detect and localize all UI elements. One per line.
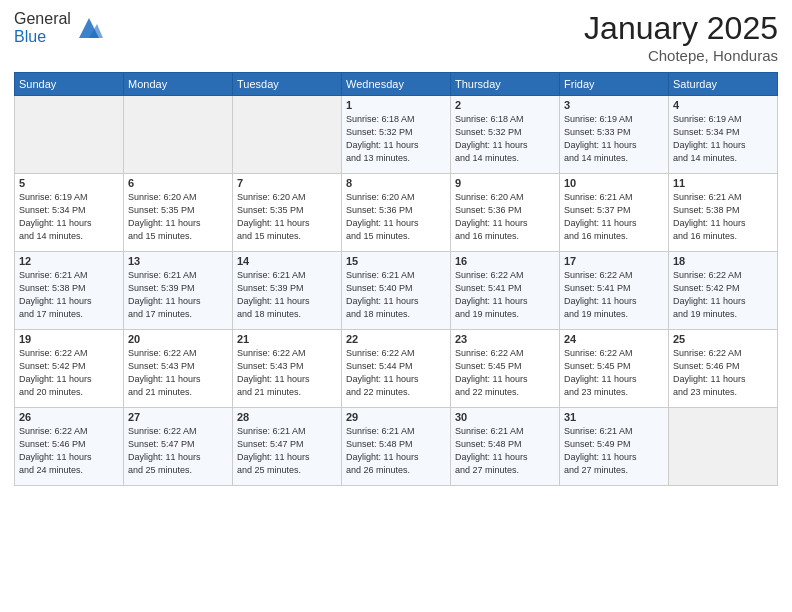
cell-info: Sunrise: 6:21 AM <box>564 425 664 438</box>
cell-info: Sunrise: 6:21 AM <box>346 425 446 438</box>
cell-info: Sunrise: 6:22 AM <box>346 347 446 360</box>
calendar-cell <box>15 96 124 174</box>
cell-info: and 24 minutes. <box>19 464 119 477</box>
day-number: 10 <box>564 177 664 189</box>
cell-info: Daylight: 11 hours <box>128 295 228 308</box>
cell-info: Sunrise: 6:21 AM <box>455 425 555 438</box>
cell-info: and 18 minutes. <box>346 308 446 321</box>
cell-info: and 19 minutes. <box>564 308 664 321</box>
cell-info: Sunset: 5:39 PM <box>128 282 228 295</box>
cell-info: Daylight: 11 hours <box>128 217 228 230</box>
cell-info: Daylight: 11 hours <box>237 451 337 464</box>
logo-icon <box>75 14 103 42</box>
cell-info: and 14 minutes. <box>564 152 664 165</box>
calendar-cell: 21Sunrise: 6:22 AMSunset: 5:43 PMDayligh… <box>233 330 342 408</box>
cell-info: and 27 minutes. <box>564 464 664 477</box>
header-thursday: Thursday <box>451 73 560 96</box>
calendar-cell: 26Sunrise: 6:22 AMSunset: 5:46 PMDayligh… <box>15 408 124 486</box>
calendar-cell: 18Sunrise: 6:22 AMSunset: 5:42 PMDayligh… <box>669 252 778 330</box>
day-number: 30 <box>455 411 555 423</box>
cell-info: Sunset: 5:48 PM <box>346 438 446 451</box>
calendar-cell: 22Sunrise: 6:22 AMSunset: 5:44 PMDayligh… <box>342 330 451 408</box>
calendar-cell <box>669 408 778 486</box>
cell-info: and 14 minutes. <box>19 230 119 243</box>
cell-info: Sunset: 5:45 PM <box>564 360 664 373</box>
cell-info: Daylight: 11 hours <box>455 295 555 308</box>
cell-info: Daylight: 11 hours <box>346 451 446 464</box>
cell-info: Daylight: 11 hours <box>19 451 119 464</box>
calendar-cell: 15Sunrise: 6:21 AMSunset: 5:40 PMDayligh… <box>342 252 451 330</box>
cell-info: Daylight: 11 hours <box>19 295 119 308</box>
cell-info: Daylight: 11 hours <box>673 295 773 308</box>
day-number: 5 <box>19 177 119 189</box>
cell-info: and 21 minutes. <box>237 386 337 399</box>
day-number: 27 <box>128 411 228 423</box>
calendar-cell <box>124 96 233 174</box>
cell-info: Daylight: 11 hours <box>455 217 555 230</box>
cell-info: Daylight: 11 hours <box>564 451 664 464</box>
title-block: January 2025 Chotepe, Honduras <box>584 10 778 64</box>
day-number: 2 <box>455 99 555 111</box>
day-number: 8 <box>346 177 446 189</box>
cell-info: Sunrise: 6:22 AM <box>19 425 119 438</box>
calendar-week-1: 1Sunrise: 6:18 AMSunset: 5:32 PMDaylight… <box>15 96 778 174</box>
day-number: 23 <box>455 333 555 345</box>
calendar-cell: 27Sunrise: 6:22 AMSunset: 5:47 PMDayligh… <box>124 408 233 486</box>
cell-info: Sunrise: 6:21 AM <box>673 191 773 204</box>
calendar-cell: 30Sunrise: 6:21 AMSunset: 5:48 PMDayligh… <box>451 408 560 486</box>
day-number: 4 <box>673 99 773 111</box>
calendar-cell: 10Sunrise: 6:21 AMSunset: 5:37 PMDayligh… <box>560 174 669 252</box>
day-number: 21 <box>237 333 337 345</box>
cell-info: Sunrise: 6:21 AM <box>237 425 337 438</box>
cell-info: Sunset: 5:46 PM <box>673 360 773 373</box>
cell-info: and 23 minutes. <box>564 386 664 399</box>
cell-info: Sunrise: 6:19 AM <box>673 113 773 126</box>
calendar-cell: 14Sunrise: 6:21 AMSunset: 5:39 PMDayligh… <box>233 252 342 330</box>
cell-info: Sunset: 5:36 PM <box>346 204 446 217</box>
cell-info: Daylight: 11 hours <box>346 139 446 152</box>
cell-info: Sunrise: 6:20 AM <box>346 191 446 204</box>
cell-info: Sunrise: 6:22 AM <box>455 347 555 360</box>
day-number: 29 <box>346 411 446 423</box>
cell-info: Sunset: 5:32 PM <box>346 126 446 139</box>
cell-info: Sunrise: 6:22 AM <box>673 269 773 282</box>
cell-info: and 17 minutes. <box>19 308 119 321</box>
cell-info: and 14 minutes. <box>455 152 555 165</box>
calendar-cell: 20Sunrise: 6:22 AMSunset: 5:43 PMDayligh… <box>124 330 233 408</box>
cell-info: and 14 minutes. <box>673 152 773 165</box>
calendar-week-5: 26Sunrise: 6:22 AMSunset: 5:46 PMDayligh… <box>15 408 778 486</box>
cell-info: and 21 minutes. <box>128 386 228 399</box>
calendar-cell: 1Sunrise: 6:18 AMSunset: 5:32 PMDaylight… <box>342 96 451 174</box>
day-number: 7 <box>237 177 337 189</box>
day-number: 28 <box>237 411 337 423</box>
cell-info: and 19 minutes. <box>455 308 555 321</box>
calendar-cell: 19Sunrise: 6:22 AMSunset: 5:42 PMDayligh… <box>15 330 124 408</box>
cell-info: Sunrise: 6:21 AM <box>346 269 446 282</box>
calendar-header-row: SundayMondayTuesdayWednesdayThursdayFrid… <box>15 73 778 96</box>
day-number: 22 <box>346 333 446 345</box>
cell-info: Sunset: 5:34 PM <box>19 204 119 217</box>
day-number: 3 <box>564 99 664 111</box>
cell-info: Sunrise: 6:22 AM <box>673 347 773 360</box>
cell-info: Sunset: 5:35 PM <box>128 204 228 217</box>
day-number: 25 <box>673 333 773 345</box>
cell-info: Sunset: 5:35 PM <box>237 204 337 217</box>
cell-info: Sunset: 5:46 PM <box>19 438 119 451</box>
calendar-cell: 31Sunrise: 6:21 AMSunset: 5:49 PMDayligh… <box>560 408 669 486</box>
cell-info: Daylight: 11 hours <box>346 295 446 308</box>
calendar-week-4: 19Sunrise: 6:22 AMSunset: 5:42 PMDayligh… <box>15 330 778 408</box>
cell-info: Sunset: 5:45 PM <box>455 360 555 373</box>
calendar-cell: 16Sunrise: 6:22 AMSunset: 5:41 PMDayligh… <box>451 252 560 330</box>
cell-info: and 27 minutes. <box>455 464 555 477</box>
cell-info: Daylight: 11 hours <box>564 295 664 308</box>
day-number: 6 <box>128 177 228 189</box>
calendar-cell: 5Sunrise: 6:19 AMSunset: 5:34 PMDaylight… <box>15 174 124 252</box>
cell-info: and 26 minutes. <box>346 464 446 477</box>
cell-info: Sunset: 5:49 PM <box>564 438 664 451</box>
header-wednesday: Wednesday <box>342 73 451 96</box>
cell-info: Daylight: 11 hours <box>19 373 119 386</box>
cell-info: Sunrise: 6:19 AM <box>19 191 119 204</box>
cell-info: Sunrise: 6:18 AM <box>455 113 555 126</box>
logo-blue-text: Blue <box>14 28 46 45</box>
cell-info: Sunrise: 6:20 AM <box>128 191 228 204</box>
